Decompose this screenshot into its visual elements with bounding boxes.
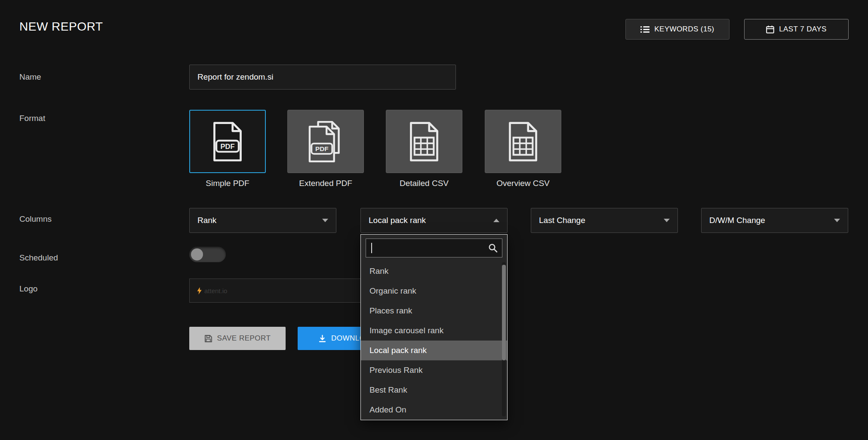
text-caret: [371, 243, 372, 253]
lightning-bolt-icon: [197, 287, 202, 294]
chevron-up-icon: [493, 219, 499, 222]
dropdown-item[interactable]: Places rank: [361, 301, 507, 321]
dropdown-item-selected[interactable]: Local pack rank: [361, 341, 507, 360]
date-range-button-label: LAST 7 DAYS: [779, 25, 827, 34]
chevron-down-icon: [322, 219, 328, 222]
svg-text:PDF: PDF: [221, 143, 235, 150]
columns-select-3[interactable]: Last Change: [531, 208, 678, 233]
columns-select-1[interactable]: Rank: [189, 208, 336, 233]
format-tile-label: Detailed CSV: [386, 179, 462, 188]
columns-select-2[interactable]: Local pack rank: [360, 208, 508, 233]
format-option-simple-pdf: PDF Simple PDF: [189, 110, 266, 188]
dropdown-scrollbar-thumb[interactable]: [502, 265, 506, 360]
format-option-extended-pdf: PDF Extended PDF: [287, 110, 364, 188]
toggle-knob: [191, 248, 203, 260]
save-report-button[interactable]: SAVE REPORT: [189, 327, 286, 350]
columns-select-4-value: D/W/M Change: [709, 216, 765, 225]
dropdown-item[interactable]: Rank: [361, 261, 507, 281]
save-report-label: SAVE REPORT: [217, 334, 271, 343]
format-option-overview-csv: Overview CSV: [485, 110, 561, 188]
format-tile-overview-csv[interactable]: [485, 110, 561, 173]
keywords-button-label: KEYWORDS (15): [654, 25, 714, 34]
format-tile-simple-pdf[interactable]: PDF: [189, 110, 266, 173]
pdf-file-icon: PDF: [210, 121, 245, 162]
format-tile-label: Simple PDF: [189, 179, 266, 188]
spreadsheet-icon: [506, 121, 540, 162]
download-icon: [318, 335, 326, 343]
scheduled-toggle[interactable]: [189, 247, 226, 262]
svg-text:PDF: PDF: [315, 145, 329, 152]
search-icon: [488, 243, 498, 253]
dropdown-item-list: Rank Organic rank Places rank Image caro…: [361, 261, 507, 420]
save-icon: [204, 335, 212, 343]
format-tile-detailed-csv[interactable]: [386, 110, 462, 173]
date-range-button[interactable]: LAST 7 DAYS: [744, 19, 849, 40]
format-tile-label: Extended PDF: [287, 179, 364, 188]
dropdown-item[interactable]: Added On: [361, 400, 507, 420]
format-tile-label: Overview CSV: [485, 179, 561, 188]
name-label: Name: [19, 72, 41, 82]
columns-select-1-value: Rank: [197, 216, 216, 225]
scheduled-label: Scheduled: [19, 253, 58, 263]
columns-label: Columns: [19, 214, 52, 224]
calendar-icon: [766, 25, 774, 34]
dropdown-item[interactable]: Best Rank: [361, 380, 507, 400]
columns-select-4[interactable]: D/W/M Change: [701, 208, 848, 233]
dropdown-search: [366, 239, 502, 257]
pdf-stack-icon: PDF: [307, 121, 345, 162]
format-option-detailed-csv: Detailed CSV: [386, 110, 462, 188]
logo-watermark-text: attent.io: [204, 287, 227, 294]
logo-label: Logo: [19, 284, 37, 294]
dropdown-item[interactable]: Image carousel rank: [361, 321, 507, 341]
dropdown-search-input[interactable]: [366, 239, 502, 257]
dropdown-item[interactable]: Organic rank: [361, 281, 507, 301]
columns-select-3-value: Last Change: [539, 216, 585, 225]
list-icon: [640, 26, 649, 33]
new-report-page: NEW REPORT KEYWORDS (15) LAST 7 DAYS Nam…: [0, 0, 868, 440]
page-title: NEW REPORT: [19, 20, 103, 34]
format-tile-extended-pdf[interactable]: PDF: [287, 110, 364, 173]
dropdown-item[interactable]: Previous Rank: [361, 360, 507, 380]
columns-select-2-value: Local pack rank: [369, 216, 426, 225]
keywords-button[interactable]: KEYWORDS (15): [625, 19, 729, 40]
format-label: Format: [19, 114, 45, 123]
columns-dropdown-panel: Rank Organic rank Places rank Image caro…: [360, 234, 508, 420]
report-name-input[interactable]: [189, 65, 456, 90]
chevron-down-icon: [834, 219, 840, 222]
spreadsheet-icon: [407, 121, 441, 162]
chevron-down-icon: [664, 219, 670, 222]
